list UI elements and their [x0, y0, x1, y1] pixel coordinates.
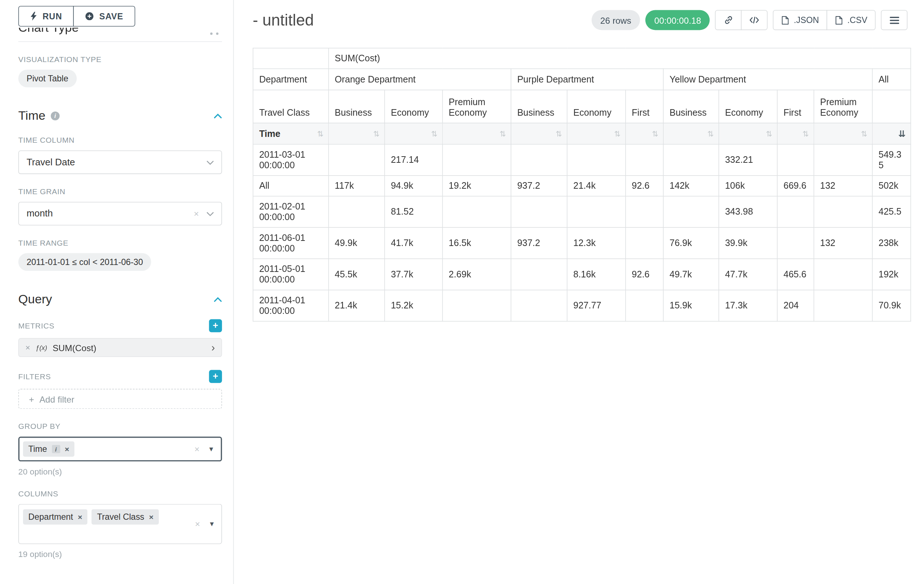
- add-metric-button[interactable]: +: [209, 319, 222, 332]
- time-section-header[interactable]: Time i: [18, 109, 222, 123]
- columns-token[interactable]: Travel Class ×: [92, 509, 159, 525]
- pivot-column-header: Economy: [567, 90, 625, 123]
- pivot-data-row: 2011-02-01 00:00:0081.52343.98425.5: [253, 196, 911, 228]
- columns-select[interactable]: Department × Travel Class × × ▾: [18, 504, 222, 544]
- remove-token-icon[interactable]: ×: [149, 512, 153, 521]
- time-column-select[interactable]: Travel Date: [18, 150, 222, 174]
- chevron-down-icon: [207, 160, 214, 165]
- metric-option[interactable]: × ƒ(x) SUM(Cost) ›: [18, 338, 222, 357]
- save-button-label: SAVE: [99, 12, 124, 21]
- pivot-column-header: Business: [663, 90, 719, 123]
- time-column-control: TIME COLUMN Travel Date: [18, 136, 222, 174]
- pivot-sort-cell: ⇅: [567, 123, 625, 144]
- pivot-cell: [663, 144, 719, 176]
- time-column-label: TIME COLUMN: [18, 136, 222, 145]
- sort-icon[interactable]: ⇅: [431, 129, 437, 138]
- remove-metric-icon[interactable]: ×: [26, 343, 30, 352]
- pivot-dimension-row: DepartmentOrange DepartmentPurple Depart…: [253, 69, 911, 90]
- pivot-cell: 17.3k: [719, 290, 777, 322]
- export-json-label: .JSON: [794, 15, 819, 25]
- remove-token-icon[interactable]: ×: [64, 444, 69, 453]
- pivot-row-label: 2011-04-01 00:00:00: [253, 290, 329, 322]
- pivot-cell: 92.6: [625, 259, 663, 290]
- pivot-cell: 204: [777, 290, 814, 322]
- clear-icon[interactable]: ×: [194, 209, 199, 218]
- plus-circle-icon: [85, 12, 94, 20]
- remove-token-icon[interactable]: ×: [78, 512, 82, 521]
- pivot-row-label: All: [253, 176, 329, 196]
- pivot-column-header: Premium Economy: [443, 90, 511, 123]
- pivot-metric-row: SUM(Cost): [253, 48, 911, 69]
- sort-icon[interactable]: ⇅: [556, 129, 562, 138]
- sort-icon[interactable]: ⇅: [766, 129, 772, 138]
- run-button[interactable]: RUN: [18, 6, 74, 26]
- add-filter-plus-button[interactable]: +: [209, 370, 222, 383]
- embed-code-button[interactable]: [741, 10, 768, 30]
- file-csv-icon: [835, 16, 843, 25]
- pivot-cell: [329, 196, 385, 228]
- columns-label: COLUMNS: [18, 489, 222, 498]
- pivot-cell: 12.3k: [567, 227, 625, 259]
- visualization-type-chip[interactable]: Pivot Table: [18, 70, 77, 87]
- time-column-value: Travel Date: [26, 157, 75, 168]
- sort-icon[interactable]: ⇅: [614, 129, 620, 138]
- group-by-token[interactable]: Time i ×: [23, 441, 74, 457]
- clear-all-icon[interactable]: ×: [194, 444, 200, 454]
- pivot-cell: [625, 144, 663, 176]
- pivot-cell: [443, 196, 511, 228]
- pivot-sort-row: Time⇅⇅⇅⇅⇅⇅⇅⇅⇅⇅⇅⇊: [253, 123, 911, 144]
- pivot-cell: 37.7k: [384, 259, 442, 290]
- sort-icon[interactable]: ⇅: [861, 129, 867, 138]
- chart-type-heading: Chart Type: [18, 28, 222, 35]
- pivot-cell: 549.35: [873, 144, 911, 176]
- pivot-cell: 19.2k: [443, 176, 511, 196]
- chart-header: - untitled 26 rows 00:00:00.18: [253, 10, 908, 30]
- sort-icon[interactable]: ⇅: [652, 129, 658, 138]
- group-by-select[interactable]: Time i × × ▾: [18, 436, 222, 461]
- pivot-cell: 70.9k: [873, 290, 911, 322]
- add-filter-button[interactable]: + Add filter: [18, 389, 222, 409]
- time-grain-value: month: [26, 209, 53, 219]
- time-grain-control: TIME GRAIN month ×: [18, 187, 222, 225]
- sort-icon[interactable]: ⇅: [708, 129, 714, 138]
- pivot-cell: 937.2: [511, 227, 567, 259]
- pivot-cell: 425.5: [873, 196, 911, 228]
- pivot-cell: [625, 196, 663, 228]
- pivot-cell: 8.16k: [567, 259, 625, 290]
- export-csv-button[interactable]: .CSV: [827, 10, 875, 30]
- time-section-title: Time: [18, 109, 45, 123]
- pivot-column-header: First: [625, 90, 663, 123]
- pivot-sort-cell: ⇅: [625, 123, 663, 144]
- time-range-chip[interactable]: 2011-01-01 ≤ col < 2011-06-30: [18, 253, 151, 271]
- pivot-cell: 76.9k: [663, 227, 719, 259]
- token-label: Department: [28, 512, 73, 521]
- sort-icon[interactable]: ⇅: [500, 129, 506, 138]
- add-filter-label: Add filter: [40, 394, 74, 404]
- save-button[interactable]: SAVE: [73, 6, 135, 26]
- link-icon: [724, 15, 733, 25]
- pivot-all-header: All: [873, 69, 911, 90]
- export-json-button[interactable]: .JSON: [773, 10, 827, 30]
- pivot-travel-class-label: Travel Class: [253, 90, 329, 123]
- sort-desc-icon[interactable]: ⇊: [898, 128, 906, 139]
- columns-token[interactable]: Department ×: [23, 509, 87, 525]
- sort-icon[interactable]: ⇅: [317, 129, 323, 138]
- caret-down-icon[interactable]: ▾: [210, 520, 214, 528]
- chevron-up-icon[interactable]: [214, 296, 222, 302]
- pivot-cell: 49.9k: [329, 227, 385, 259]
- pivot-cell: [511, 196, 567, 228]
- pivot-metric-header: SUM(Cost): [329, 48, 911, 69]
- chart-title[interactable]: - untitled: [253, 11, 314, 29]
- share-link-button[interactable]: [715, 10, 742, 30]
- clear-all-icon[interactable]: ×: [195, 519, 200, 529]
- time-range-label: TIME RANGE: [18, 239, 222, 247]
- chevron-up-icon[interactable]: [214, 113, 222, 118]
- caret-down-icon[interactable]: ▾: [209, 444, 213, 453]
- pivot-sort-cell: ⇅: [663, 123, 719, 144]
- time-grain-select[interactable]: month ×: [18, 202, 222, 225]
- pivot-data-row: 2011-03-01 00:00:00217.14332.21549.35: [253, 144, 911, 176]
- menu-button[interactable]: [881, 10, 908, 30]
- query-section-header[interactable]: Query: [18, 292, 222, 306]
- sort-icon[interactable]: ⇅: [802, 129, 809, 138]
- sort-icon[interactable]: ⇅: [373, 129, 380, 138]
